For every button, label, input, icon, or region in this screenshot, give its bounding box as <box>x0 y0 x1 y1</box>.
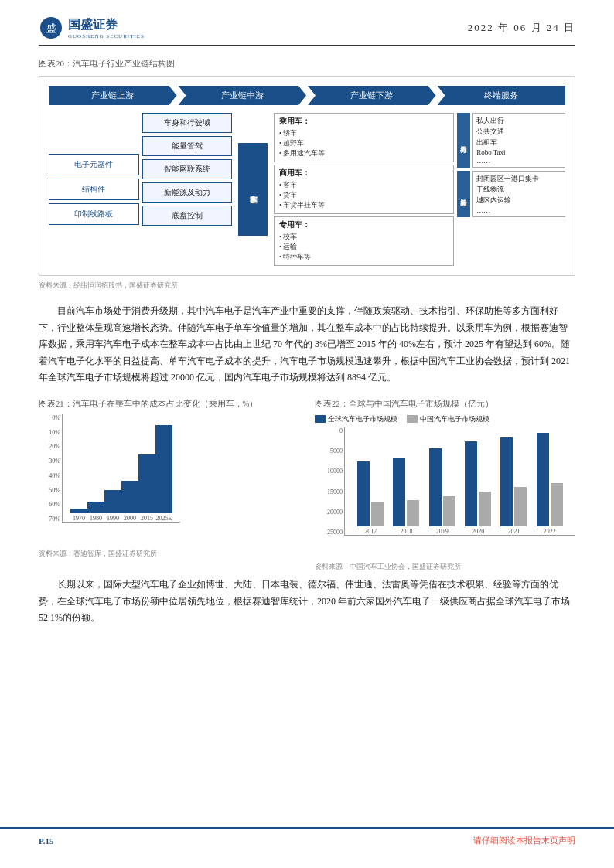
upstream-col: 电子元器件 结构件 印制线路板 <box>49 113 139 266</box>
ds-group-passenger: 乘用车： • 轿车 • 越野车 • 多用途汽车等 <box>274 113 454 162</box>
fig21-source: 资料来源：赛迪智库，国盛证券研究所 <box>39 549 299 559</box>
bar-group-2018: 2018 <box>393 458 419 535</box>
ds-commercial-title: 商用车： <box>279 168 449 179</box>
service-col: 出行服务 私人出行 公共交通 出租车 Robo Taxi …… 运输服务 封闭园… <box>457 113 565 266</box>
fig20-title: 图表20：汽车电子行业产业链结构图 <box>39 58 575 70</box>
legend-color-global <box>315 415 326 423</box>
svc-travel-label: 出行服务 <box>457 113 470 168</box>
ds-commercial-item-0: • 客车 <box>279 180 449 190</box>
fig21-chart-inner: 70% 60% 50% 40% 30% 20% 10% 0% 197019801… <box>39 414 299 523</box>
bar-china-2021 <box>514 487 527 526</box>
ds-commercial-item-2: • 车货半挂车等 <box>279 200 449 210</box>
fig21-y0: 0% <box>39 414 60 421</box>
bar-china-2019 <box>443 496 455 526</box>
mid-item-4: 底盘控制 <box>142 206 233 226</box>
ds-passenger-title: 乘用车： <box>279 117 449 127</box>
ds-group-commercial: 商用车： • 客车 • 货车 • 车货半挂车等 <box>274 165 454 214</box>
bar-group-2019: 2019 <box>429 448 455 535</box>
fig22-y3: 15000 <box>315 488 343 495</box>
fig22-source: 资料来源：中国汽车工业协会，国盛证券研究所 <box>315 562 575 572</box>
industry-chain-diagram: 产业链上游 产业链中游 产业链下游 终端服务 电子元器件 结构件 印制线路板 车… <box>39 76 575 276</box>
bar-pair-2018 <box>393 458 419 526</box>
fig22-title: 图表22：全球与中国汽车电子市场规模（亿元） <box>315 399 575 410</box>
bar-group-2017: 2017 <box>357 461 384 535</box>
bar-label-2021: 2021 <box>507 528 520 535</box>
svc-group-travel: 出行服务 私人出行 公共交通 出租车 Robo Taxi …… <box>457 113 565 168</box>
legend-label-china: 中国汽车电子市场规模 <box>420 414 489 424</box>
bar-label-2022: 2022 <box>544 528 556 535</box>
chain-label-upstream: 产业链上游 <box>49 86 177 105</box>
bar-pair-2017 <box>357 461 384 526</box>
mid-item-3: 新能源及动力 <box>142 182 233 203</box>
fig21-y6: 60% <box>39 501 60 508</box>
bar-label-1990: 1990 <box>107 515 119 522</box>
ds-special-item-1: • 运输 <box>279 242 449 252</box>
fig22-legend: 全球汽车电子市场规模 中国汽车电子市场规模 <box>315 414 575 424</box>
fig22-y2: 10000 <box>315 468 343 475</box>
bar-1980 <box>87 502 104 513</box>
fig22-container: 图表22：全球与中国汽车电子市场规模（亿元） 全球汽车电子市场规模 中国汽车电子… <box>315 399 575 572</box>
bar-label-2025E: 2025E <box>156 515 172 522</box>
ds-passenger-item-1: • 越野车 <box>279 138 449 148</box>
ds-commercial-item-1: • 货车 <box>279 190 449 200</box>
bar-pair-2022 <box>537 433 563 526</box>
header: 盛 国盛证券 GUOSHENG SECURITIES 2022 年 06 月 2… <box>39 15 575 46</box>
fig22-y1: 5000 <box>315 448 343 454</box>
fig21-bar-chart: 197019801990200020152025E <box>62 414 180 523</box>
bar-group-2022: 2022 <box>537 433 563 535</box>
legend-color-china <box>407 415 418 423</box>
legend-label-global: 全球汽车电子市场规模 <box>328 414 397 424</box>
logo-area: 盛 国盛证券 GUOSHENG SECURITIES <box>39 15 145 40</box>
bar-global-2021 <box>500 437 513 526</box>
bar-group-1980: 1980 <box>87 502 104 522</box>
mid-item-1: 能量管驾 <box>142 136 233 156</box>
ds-special-item-0: • 校车 <box>279 232 449 242</box>
bar-global-2022 <box>537 433 549 526</box>
bar-china-2020 <box>479 492 491 526</box>
fig21-title: 图表21：汽车电子在整车中的成本占比变化（乘用车，%） <box>39 399 299 410</box>
fig21-y7: 70% <box>39 516 60 523</box>
chain-label-downstream: 产业链下游 <box>308 86 436 105</box>
fig22-chart-inner: 25000 20000 15000 10000 5000 0 201720182… <box>315 427 575 536</box>
bar-group-2025E: 2025E <box>155 425 172 522</box>
charts-row: 图表21：汽车电子在整车中的成本占比变化（乘用车，%） 70% 60% 50% … <box>39 399 575 572</box>
logo-icon: 盛 <box>39 15 63 40</box>
upstream-item-1: 结构件 <box>49 179 139 200</box>
bar-china-2018 <box>407 500 419 526</box>
fig21-y3: 30% <box>39 458 60 465</box>
svc-group-transport: 运输服务 封闭园区一港口集卡 干线物流 城区内运输 …… <box>457 171 565 217</box>
fig22-bar-chart: 201720182019202020212022 <box>344 427 575 536</box>
svc-transport-label: 运输服务 <box>457 171 470 217</box>
svc-travel-item-0: 私人出行 <box>476 116 561 126</box>
svc-transport-item-3: …… <box>476 206 561 214</box>
footer-disclaimer: 请仔细阅读本报告末页声明 <box>473 835 575 846</box>
bar-1990 <box>104 490 121 513</box>
bar-label-2019: 2019 <box>436 528 449 535</box>
svc-travel-item-1: 公共交通 <box>476 127 561 137</box>
page: 盛 国盛证券 GUOSHENG SECURITIES 2022 年 06 月 2… <box>0 0 614 868</box>
bar-pair-2021 <box>500 437 527 526</box>
bar-group-2000: 2000 <box>121 481 138 522</box>
bar-global-2020 <box>465 441 477 526</box>
mid-item-2: 智能网联系统 <box>142 159 233 179</box>
bar-label-2017: 2017 <box>364 528 377 535</box>
fig20-source: 资料来源：经纬恒润招股书，国盛证券研究所 <box>39 281 575 291</box>
ds-group-special: 专用车： • 校车 • 运输 • 特种车等 <box>274 216 454 266</box>
svc-travel-item-3: Robo Taxi <box>476 148 561 156</box>
svc-transport-item-0: 封闭园区一港口集卡 <box>476 174 561 184</box>
fig21-chart-area: 70% 60% 50% 40% 30% 20% 10% 0% 197019801… <box>39 414 299 546</box>
svc-transport-item-2: 城区内运输 <box>476 196 561 206</box>
legend-item-china: 中国汽车电子市场规模 <box>407 414 489 424</box>
bar-group-1970: 1970 <box>70 509 87 522</box>
ds-special-title: 专用车： <box>279 220 449 230</box>
bar-2025E <box>155 425 172 513</box>
ds-special-item-2: • 特种车等 <box>279 252 449 262</box>
bar-pair-2019 <box>429 448 455 526</box>
bar-global-2017 <box>357 461 370 526</box>
fig21-y1: 10% <box>39 429 60 436</box>
bar-label-2015: 2015 <box>141 515 153 522</box>
main-paragraph: 目前汽车市场处于消费升级期，其中汽车电子是汽车产业中重要的支撑，伴随政策驱动、技… <box>39 303 575 386</box>
fig22-y0: 0 <box>315 427 343 434</box>
logo-text: 国盛证券 <box>68 17 145 33</box>
bar-group-2021: 2021 <box>500 437 527 535</box>
